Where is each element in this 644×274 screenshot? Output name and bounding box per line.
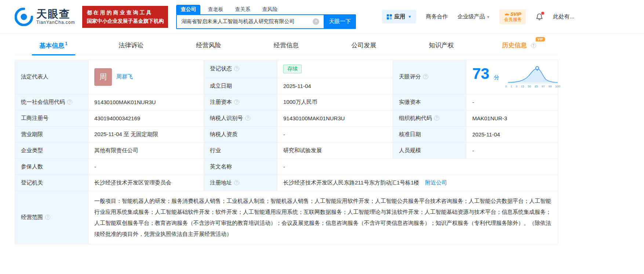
clear-search-icon[interactable]: ×	[313, 18, 319, 25]
field-label-taxpayer-qualification: 纳税人资质	[204, 126, 277, 142]
legal-rep-link[interactable]: 周群飞	[116, 73, 133, 80]
field-value-org-code: MAK01NUR-3	[466, 110, 558, 126]
field-value-establish-date: 2025-11-04	[277, 78, 393, 94]
axis-tick: 97	[542, 85, 545, 88]
field-value-staff-size: -	[466, 142, 558, 158]
help-icon[interactable]	[67, 99, 72, 105]
search-block: 查公司 查老板 查关系 查风险 × 天眼一下	[176, 5, 356, 29]
section-tabs: 基本信息1 法律诉讼 经营风险 经营信息 公司发展 知识产权 VIP 历史信息	[15, 35, 558, 55]
legal-rep-avatar[interactable]: 周	[94, 68, 112, 86]
search-tab-relation[interactable]: 查关系	[230, 5, 255, 14]
table-row: 统一社会信用代码 91430100MAK01NUR3U 注册资本 1000万人民…	[15, 94, 558, 110]
tab-company-development[interactable]: 公司发展	[325, 35, 403, 55]
field-value-legal-rep: 周 周群飞	[88, 60, 204, 94]
tab-basic-info[interactable]: 基本信息1	[15, 35, 92, 55]
help-icon[interactable]	[531, 43, 536, 48]
tab-operating-risk[interactable]: 经营风险	[170, 35, 247, 55]
tab-history-info[interactable]: VIP 历史信息	[480, 35, 558, 55]
top-header: 天眼查 TianYanCha.com 都在用的商业查询工具 国家中小企业发展子基…	[0, 0, 644, 34]
field-label-approval-date: 核准日期	[393, 126, 466, 142]
tab-operating-info[interactable]: 经营信息	[247, 35, 325, 55]
company-basic-info-table: 法定代表人 周 周群飞 登记状态 存续 天眼评分 73 分	[15, 60, 558, 244]
crown-icon	[505, 12, 509, 16]
field-label-legal-rep: 法定代表人	[15, 60, 88, 94]
field-label-credit-code: 统一社会信用代码	[15, 94, 88, 110]
app-grid-icon	[387, 14, 392, 19]
search-input[interactable]	[176, 14, 324, 29]
status-badge: 存续	[283, 65, 302, 73]
tab-label: 经营风险	[196, 42, 221, 49]
tab-label: 经营信息	[274, 42, 299, 49]
search-tab-company[interactable]: 查公司	[176, 5, 200, 14]
tab-label: 公司发展	[351, 42, 376, 49]
nav-business-cooperation[interactable]: 商务合作	[426, 13, 448, 20]
field-value-reg-capital: 1000万人民币	[277, 94, 393, 110]
help-icon[interactable]	[245, 116, 250, 121]
search-type-tabs: 查公司 查老板 查关系 查风险	[176, 5, 356, 14]
score-unit: 分	[494, 74, 499, 81]
axis-tick: 1	[510, 85, 512, 88]
field-value-english-name: -	[277, 158, 558, 175]
field-value-approval-date: 2025-11-04	[466, 126, 558, 142]
field-label-staff-size: 人员规模	[393, 142, 466, 158]
search-tab-boss[interactable]: 查老板	[203, 5, 228, 14]
logo-text: 天眼查 TianYanCha.com	[36, 8, 75, 25]
field-label-reg-status: 登记状态	[204, 60, 277, 78]
brand-domain: TianYanCha.com	[36, 20, 75, 25]
score-axis: 0 1 3 15 50 85 97 99 100	[505, 85, 560, 88]
apps-button[interactable]: 应用 ▼	[382, 10, 416, 23]
nav-enterprise-products[interactable]: 企业级产品 ▼	[457, 13, 490, 20]
help-icon[interactable]	[434, 116, 439, 121]
field-value-taxpayer-id: 91430100MAK01NUR3U	[277, 110, 393, 126]
slogan-line2: 国家中小企业发展子基金旗下机构	[87, 17, 164, 25]
enterprise-label: 企业级产品	[457, 13, 485, 19]
table-row: 营业期限 2025-11-04 至 无固定期限 纳税人资质 - 核准日期 202…	[15, 126, 558, 142]
field-label-reg-address: 注册地址	[204, 175, 277, 191]
help-icon[interactable]	[234, 99, 239, 105]
field-label-english-name: 英文名称	[204, 158, 277, 175]
tab-label: 历史信息	[502, 42, 527, 49]
brand-name: 天眼查	[36, 8, 75, 20]
help-icon[interactable]	[45, 215, 50, 220]
notification-dot	[541, 12, 544, 15]
tab-intellectual-property[interactable]: 知识产权	[403, 35, 480, 55]
slogan-line1: 都在用的商业查询工具	[87, 8, 164, 17]
field-value-reg-authority: 长沙经济技术开发区管理委员会	[88, 175, 204, 191]
axis-tick: 3	[516, 85, 517, 88]
table-row: 登记机关 长沙经济技术开发区管理委员会 注册地址 长沙经济技术开发区人民东路21…	[15, 175, 558, 191]
tianyancha-logo-icon	[15, 8, 33, 26]
notification-bell-icon[interactable]	[535, 13, 543, 21]
vip-badge: VIP	[536, 37, 545, 41]
field-value-score: 73 分 0 1 3 15 50	[466, 60, 558, 94]
search-button[interactable]: 天眼一下	[324, 14, 356, 29]
field-value-insured-count: -	[88, 158, 204, 175]
search-row: × 天眼一下	[176, 14, 356, 29]
svip-sublabel: 会员服务	[504, 17, 521, 22]
header-right-nav: 应用 ▼ 商务合作 企业级产品 ▼ SVIP 会员服务 此处有...	[382, 10, 575, 24]
chevron-down-icon: ▼	[487, 15, 490, 19]
user-menu[interactable]: 此处有...	[553, 13, 574, 20]
chevron-down-icon: ▼	[408, 15, 412, 19]
field-label-taxpayer-id: 纳税人识别号	[204, 110, 277, 126]
field-label-paid-capital: 实缴资本	[393, 94, 466, 110]
help-icon[interactable]	[234, 180, 239, 185]
table-row: 参保人数 - 英文名称 -	[15, 158, 558, 175]
search-tab-risk[interactable]: 查风险	[258, 5, 282, 14]
help-icon[interactable]	[423, 74, 428, 79]
help-icon[interactable]	[234, 66, 239, 71]
field-value-reg-address: 长沙经济技术开发区人民东路211号东方韵动汇1号栋1楼附近公司	[277, 175, 558, 191]
field-label-establish-date: 成立日期	[204, 78, 277, 94]
field-value-business-scope: 一般项目：智能机器人的研发；服务消费机器人销售；工业机器人制造；智能机器人销售；…	[88, 191, 558, 244]
field-value-paid-capital: -	[466, 94, 558, 110]
slogan-banner: 都在用的商业查询工具 国家中小企业发展子基金旗下机构	[82, 6, 168, 28]
field-label-business-term: 营业期限	[15, 126, 88, 142]
axis-tick: 85	[535, 85, 538, 88]
logo[interactable]: 天眼查 TianYanCha.com	[15, 8, 75, 26]
field-label-reg-authority: 登记机关	[15, 175, 88, 191]
nearby-companies-link[interactable]: 附近公司	[425, 179, 447, 186]
svip-membership-badge[interactable]: SVIP 会员服务	[499, 10, 526, 24]
tab-legal-proceedings[interactable]: 法律诉讼	[92, 35, 170, 55]
field-value-company-type: 其他有限责任公司	[88, 142, 204, 158]
field-value-taxpayer-qualification: -	[277, 126, 393, 142]
table-row: 经营范围 一般项目：智能机器人的研发；服务消费机器人销售；工业机器人制造；智能机…	[15, 191, 558, 244]
